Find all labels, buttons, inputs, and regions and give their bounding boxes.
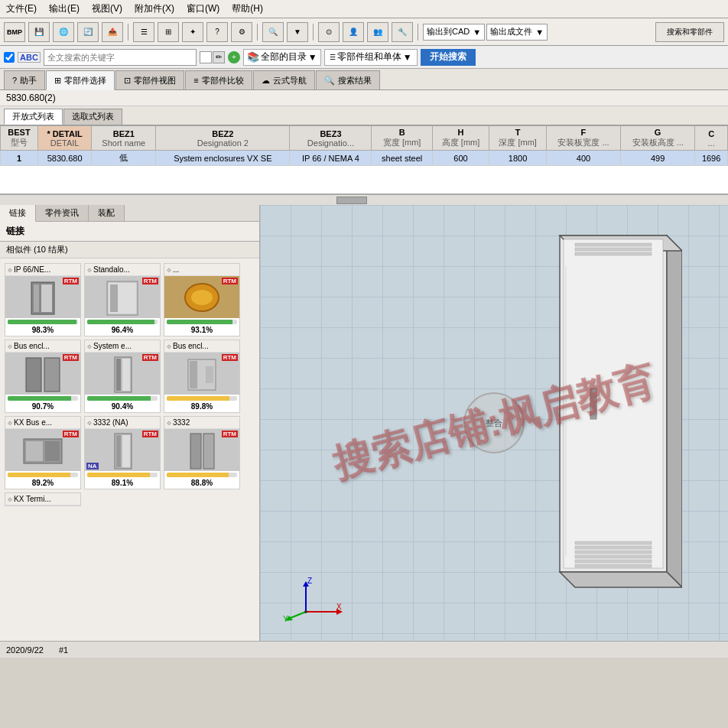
catalog-dropdown[interactable]: 📚 全部的目录 ▼	[243, 49, 321, 66]
globe-button[interactable]: 🌐	[53, 22, 74, 42]
tab-parts-select[interactable]: ⊞ 零部件选择	[46, 70, 115, 90]
menu-export[interactable]: 输出(E)	[49, 2, 80, 15]
list-item[interactable]: ⟐ 3332 RTM 88.8%	[164, 416, 240, 489]
menu-addon[interactable]: 附加件(X)	[135, 2, 174, 15]
list-item[interactable]: ⟐ Bus encl... RTM 90.7%	[5, 340, 81, 413]
list-item[interactable]: ⟐ Standalo... RTM 96.4%	[84, 263, 161, 336]
list-item[interactable]: ⟐ 3332 (NA) RTM NA 89.1%	[84, 416, 161, 489]
fulltext-checkbox[interactable]	[4, 52, 15, 63]
export-cad-label: 输出到CAD	[427, 26, 470, 37]
list-tab-select[interactable]: 选取式列表	[63, 109, 122, 125]
svg-marker-30	[560, 572, 682, 587]
menu-file[interactable]: 文件(E)	[6, 2, 37, 15]
rtm-badge: RTM	[142, 431, 158, 437]
svg-rect-2	[41, 284, 52, 312]
svg-rect-1	[34, 284, 39, 312]
item-thumbnail	[99, 355, 145, 393]
item-title: ⟐ Standalo...	[85, 264, 160, 276]
item-thumbnail	[20, 355, 66, 393]
progress-bar	[87, 473, 158, 477]
link-icon: ⟐	[8, 495, 12, 503]
status-date: 2020/9/22	[6, 645, 44, 655]
list-tab-open[interactable]: 开放式列表	[4, 109, 63, 125]
item-thumb: RTM	[164, 429, 239, 471]
share-button[interactable]: 📤	[102, 22, 123, 42]
link-icon: ⟐	[8, 418, 12, 427]
pencil-icon[interactable]: ✏	[213, 51, 225, 63]
progress-label: 90.4%	[85, 402, 160, 412]
list-item[interactable]: ⟐ KX Termi...	[5, 492, 81, 506]
list-item[interactable]: ⟐ IP 66/NE... RTM 98.3%	[5, 263, 81, 336]
item-title: ⟐ KX Bus e...	[5, 417, 80, 429]
export-file-dropdown[interactable]: 输出成文件 ▼	[486, 24, 548, 41]
horizontal-scrollbar[interactable]	[0, 194, 728, 205]
tab-parts-compare[interactable]: ≡ 零部件比较	[185, 70, 252, 89]
cursor-button[interactable]: ✦	[182, 22, 203, 42]
separator-1	[128, 24, 128, 41]
item-title: ⟐ 3332 (NA)	[85, 417, 160, 429]
go-button[interactable]: +	[228, 51, 240, 63]
tab-assistant[interactable]: ? 助手	[4, 70, 45, 89]
export-file-label: 输出成文件	[490, 26, 532, 37]
list-item[interactable]: ⟐ System e... RTM 90.4%	[84, 340, 161, 413]
breadcrumb: 5830.680(2)	[0, 90, 728, 106]
panel-tab-assembly[interactable]: 装配	[89, 205, 125, 221]
combine-dropdown[interactable]: ☰ 零部件组和单体 ▼	[324, 49, 418, 66]
col-b: B宽度 [mm]	[372, 126, 432, 151]
grid-button[interactable]: ⊞	[158, 22, 179, 42]
progress-bar	[8, 473, 78, 477]
col-detail: * DETAILDETAIL	[37, 126, 91, 151]
tab-cloud-nav[interactable]: ☁ 云式导航	[253, 70, 315, 89]
table-row[interactable]: 1 5830.680 低 System enclosures VX SE IP …	[1, 151, 728, 166]
panel-tab-info[interactable]: 零件资讯	[36, 205, 89, 221]
list-button[interactable]: ☰	[133, 22, 154, 42]
progress-label: 89.2%	[5, 479, 80, 489]
save-button[interactable]: 💾	[28, 22, 50, 42]
menu-window[interactable]: 窗口(W)	[187, 2, 219, 15]
status-page: #1	[59, 645, 68, 655]
zoom-button[interactable]: 🔍	[262, 22, 284, 42]
rtm-badge: RTM	[63, 431, 79, 437]
search-parts-button[interactable]: 搜索和零部件	[655, 22, 724, 42]
progress-bar	[8, 320, 78, 324]
cell-h: 1800	[489, 151, 547, 166]
menu-help[interactable]: 帮助(H)	[232, 2, 263, 15]
list-item[interactable]: ⟐ ... RTM 93.1%	[164, 263, 240, 336]
help-button[interactable]: ?	[206, 22, 228, 42]
export-cad-dropdown[interactable]: 输出到CAD ▼	[423, 24, 485, 41]
item-title: ⟐ IP 66/NE...	[5, 264, 80, 276]
list-item[interactable]: ⟐ Bus encl... RTM 89.8%	[164, 340, 240, 413]
panel-tab-link[interactable]: 链接	[0, 205, 36, 222]
search-results-icon: 🔍	[324, 76, 335, 86]
item-title: ⟐ Bus encl...	[5, 340, 80, 353]
list-item[interactable]: ⟐ KX Bus e... RTM 89.2%	[5, 416, 81, 489]
wrench-button[interactable]: 🔧	[392, 22, 413, 42]
progress-fill	[8, 396, 71, 401]
item-thumbnail	[179, 355, 225, 393]
panel-tabs: 链接 零件资讯 装配	[0, 205, 259, 222]
cloud-nav-icon: ☁	[262, 76, 270, 86]
separator-4	[418, 24, 418, 41]
svg-rect-23	[203, 434, 214, 469]
tab-parts-view[interactable]: ⊡ 零部件视图	[115, 70, 184, 89]
viewport-3d[interactable]: 整合	[260, 205, 728, 641]
link-icon: ⟐	[8, 342, 12, 350]
person-button[interactable]: 👤	[343, 22, 364, 42]
arrow-button[interactable]: ▼	[287, 22, 308, 42]
scroll-thumb[interactable]	[336, 197, 367, 204]
search-input[interactable]	[44, 49, 197, 66]
svg-rect-9	[44, 358, 60, 392]
link-icon: ⟐	[87, 342, 92, 350]
color-picker-white[interactable]	[200, 51, 212, 63]
tab-search-results[interactable]: 🔍 搜索结果	[316, 70, 380, 89]
panel-title: 链接	[0, 222, 259, 242]
settings-button[interactable]: ⚙	[231, 22, 252, 42]
svg-rect-18	[45, 441, 60, 461]
search-button[interactable]: 开始搜索	[421, 49, 476, 66]
import-button[interactable]: ⊙	[318, 22, 340, 42]
refresh-button[interactable]: 🔄	[77, 22, 99, 42]
bmp-button[interactable]: BMP	[4, 22, 25, 42]
menu-view[interactable]: 视图(V)	[92, 2, 122, 15]
item-thumbnail	[20, 431, 66, 470]
person2-button[interactable]: 👥	[367, 22, 388, 42]
